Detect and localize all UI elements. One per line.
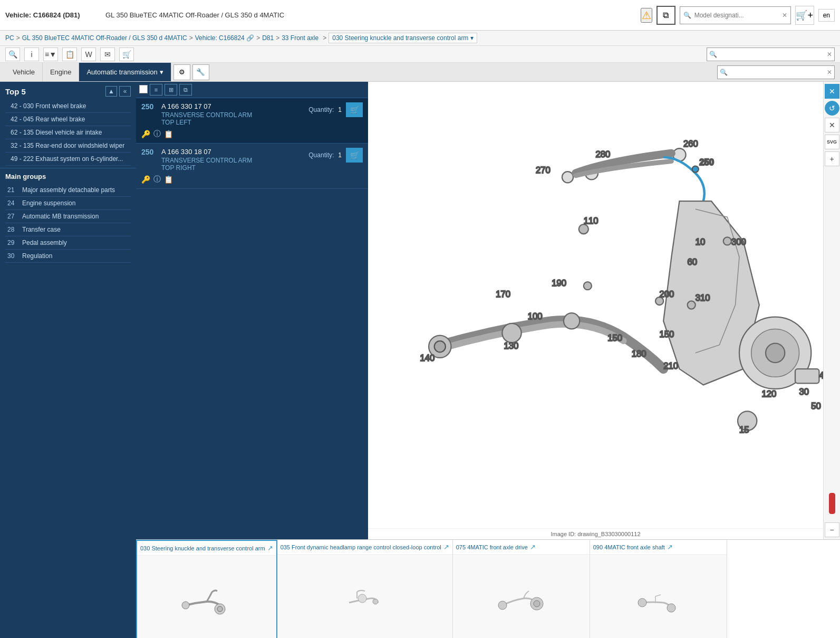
thumb-item-1[interactable]: 035 Front dynamic headlamp range control… xyxy=(277,540,453,638)
svg-text:180: 180 xyxy=(632,349,646,359)
svg-point-18 xyxy=(579,224,588,234)
group-item-24[interactable]: 24 Engine suspension xyxy=(5,197,131,210)
breadcrumb-dropdown[interactable]: 030 Steering knuckle and transverse cont… xyxy=(329,33,477,43)
svg-button[interactable]: SVG xyxy=(825,135,839,149)
group-item-29[interactable]: 29 Pedal assembly xyxy=(5,236,131,250)
breadcrumb-pc[interactable]: PC xyxy=(5,34,14,42)
breadcrumb-d81[interactable]: D81 xyxy=(262,34,274,42)
breadcrumb-front-axle[interactable]: 33 Front axle xyxy=(282,34,318,42)
qty-value-1: 1 xyxy=(338,151,342,159)
tabs-search-clear[interactable]: ✕ xyxy=(825,69,834,76)
top5-header: Top 5 ▲ « xyxy=(5,86,131,97)
top5-collapse-btn[interactable]: ▲ xyxy=(105,86,117,97)
sidebar-item-3[interactable]: 32 - 135 Rear-end door windshield wiper xyxy=(5,139,131,153)
thumb-item-3[interactable]: 090 4MATIC front axle shaft ↗ xyxy=(590,540,727,638)
part-info-icon-1[interactable]: ⓘ xyxy=(153,175,161,184)
add-cart-btn-0[interactable]: 🛒 xyxy=(346,102,363,117)
copy-button[interactable]: ⧉ xyxy=(656,6,675,25)
toolbar-search-icon[interactable]: 🔍 xyxy=(707,51,719,58)
thumb-edit-icon-3[interactable]: ↗ xyxy=(667,543,673,551)
close-panel-button[interactable]: ✕ xyxy=(825,84,839,99)
part-row1-1: 250 A 166 330 18 07 TRANSVERSE CONTROL A… xyxy=(141,148,363,172)
part-key-icon-1[interactable]: 🔑 xyxy=(141,175,150,184)
search-icon[interactable]: 🔍 xyxy=(680,12,694,19)
sidebar-item-4[interactable]: 49 - 222 Exhaust system on 6-cylinder... xyxy=(5,153,131,166)
group-item-21[interactable]: 21 Major assembly detachable parts xyxy=(5,184,131,197)
cart-icon: 🛒+ xyxy=(796,9,813,21)
parts-list-btn-1[interactable]: ≡ xyxy=(150,84,162,96)
model-search-input[interactable] xyxy=(694,12,779,19)
thumb-item-0[interactable]: 030 Steering knuckle and transverse cont… xyxy=(136,540,277,638)
part-item-1[interactable]: 250 A 166 330 18 07 TRANSVERSE CONTROL A… xyxy=(136,144,368,189)
tab-icon-gear[interactable]: ⚙ xyxy=(173,64,190,80)
tab-transmission-label: Automatic transmission xyxy=(86,68,157,76)
tab-engine[interactable]: Engine xyxy=(43,63,79,81)
document-button[interactable]: 📋 xyxy=(62,47,77,61)
toolbar-search-input[interactable] xyxy=(719,51,825,58)
tabs-search-icon[interactable]: 🔍 xyxy=(718,69,730,76)
thumb-edit-icon-1[interactable]: ↗ xyxy=(443,543,449,551)
search-clear-icon[interactable]: ✕ xyxy=(779,12,790,19)
cart-button[interactable]: 🛒+ xyxy=(795,6,814,25)
svg-point-50 xyxy=(638,598,646,607)
sidebar-item-0[interactable]: 42 - 030 Front wheel brake xyxy=(5,100,131,113)
part-name-0: TRANSVERSE CONTROL ARM xyxy=(161,111,252,119)
group-item-30[interactable]: 30 Regulation xyxy=(5,250,131,263)
breadcrumb-vehicle[interactable]: Vehicle: C166824 🔗 xyxy=(195,34,254,42)
filter-button[interactable]: ≡▼ xyxy=(43,47,58,61)
group-item-27[interactable]: 27 Automatic MB transmission xyxy=(5,210,131,223)
parts-list-btn-3[interactable]: ⧉ xyxy=(179,84,192,96)
sidebar-item-1[interactable]: 42 - 045 Rear wheel brake xyxy=(5,113,131,126)
cart-toolbar-button[interactable]: 🛒 xyxy=(119,47,134,61)
top5-title: Top 5 xyxy=(5,87,26,96)
rotate-button[interactable]: ↺ xyxy=(825,101,839,116)
svg-point-32 xyxy=(766,344,785,363)
swap-button[interactable]: ✕ xyxy=(825,118,839,132)
zoom-out-diagram-button[interactable]: − xyxy=(825,522,839,537)
svg-text:100: 100 xyxy=(528,311,543,321)
mail-button[interactable]: ✉ xyxy=(100,47,115,61)
part-details-0: A 166 330 17 07 TRANSVERSE CONTROL ARM T… xyxy=(161,102,252,126)
part-item-0[interactable]: 250 A 166 330 17 07 TRANSVERSE CONTROL A… xyxy=(136,98,368,144)
thumb-edit-icon-0[interactable]: ↗ xyxy=(267,544,273,552)
group-item-28[interactable]: 28 Transfer case xyxy=(5,223,131,236)
breadcrumb-model[interactable]: GL 350 BlueTEC 4MATIC Off-Roader / GLS 3… xyxy=(22,34,187,42)
group-label-28: Transfer case xyxy=(22,226,61,233)
language-button[interactable]: en xyxy=(818,9,835,22)
part-qty-1: Quantity: 1 🛒 xyxy=(308,148,363,163)
add-cart-btn-1[interactable]: 🛒 xyxy=(346,148,363,163)
thumb-item-2[interactable]: 075 4MATIC front axle drive ↗ xyxy=(453,540,590,638)
tab-vehicle[interactable]: Vehicle xyxy=(5,63,43,81)
svg-point-15 xyxy=(564,313,580,329)
thumb-label-1: 035 Front dynamic headlamp range control… xyxy=(277,540,452,555)
warning-button[interactable]: ⚠ xyxy=(641,8,652,23)
wis-button[interactable]: W xyxy=(81,47,96,61)
chevron-down-icon: ▾ xyxy=(470,34,474,42)
svg-point-49 xyxy=(498,601,507,610)
thumb-edit-icon-2[interactable]: ↗ xyxy=(530,543,536,551)
sidebar-item-2[interactable]: 62 - 135 Diesel vehicle air intake xyxy=(5,126,131,139)
top5-expand-btn[interactable]: « xyxy=(119,86,131,97)
parts-list-btn-2[interactable]: ⊞ xyxy=(165,84,177,96)
part-info-icon-0[interactable]: ⓘ xyxy=(153,129,161,139)
select-all-checkbox[interactable] xyxy=(139,85,148,93)
zoom-in-diagram-button[interactable]: + xyxy=(825,151,839,166)
sidebar: Top 5 ▲ « 42 - 030 Front wheel brake 42 … xyxy=(0,82,136,638)
part-doc-icon-1[interactable]: 📋 xyxy=(164,175,173,184)
part-qty-0: Quantity: 1 🛒 xyxy=(308,102,363,117)
svg-text:110: 110 xyxy=(584,216,598,226)
zoom-in-button[interactable]: 🔍 xyxy=(5,47,20,61)
part-key-icon-0[interactable]: 🔑 xyxy=(141,129,150,139)
svg-point-11 xyxy=(435,341,446,352)
tabs-search-input[interactable] xyxy=(730,69,825,76)
breadcrumb-dropdown-label: 030 Steering knuckle and transverse cont… xyxy=(332,34,468,42)
info-button[interactable]: i xyxy=(24,47,39,61)
tab-transmission[interactable]: Automatic transmission ▾ xyxy=(79,63,171,81)
svg-point-46 xyxy=(373,599,378,604)
svg-text:300: 300 xyxy=(731,237,746,247)
part-doc-icon-0[interactable]: 📋 xyxy=(164,129,173,139)
toolbar-search-clear[interactable]: ✕ xyxy=(825,51,834,58)
thumb-label-text-0: 030 Steering knuckle and transverse cont… xyxy=(140,545,265,551)
tab-icon-tool[interactable]: 🔧 xyxy=(192,64,209,80)
svg-point-44 xyxy=(182,602,189,609)
